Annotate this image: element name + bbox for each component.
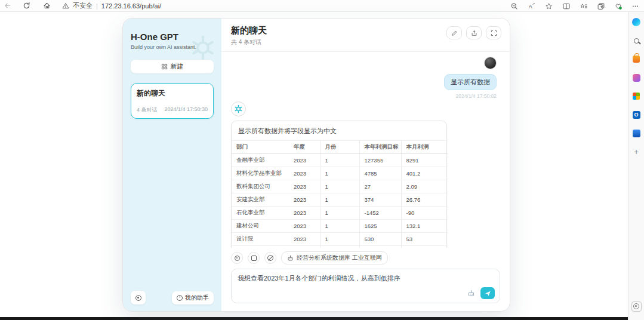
table-cell: 530 bbox=[359, 233, 401, 246]
table-cell: 2023 bbox=[289, 220, 320, 233]
assistant-message-card[interactable]: 显示所有数据并将字段显示为中文 部门年度月份本年利润目标本月利润 金融事业部20… bbox=[231, 121, 447, 248]
table-cell: 金融事业部 bbox=[232, 154, 289, 167]
browser-essentials-icon[interactable] bbox=[609, 1, 627, 11]
table-cell: 2023 bbox=[289, 180, 320, 193]
table-row: 设计院2023153053 bbox=[232, 233, 448, 246]
table-cell: 27 bbox=[359, 180, 401, 193]
table-row: 石化事业部20231-1452-90 bbox=[232, 207, 448, 220]
my-assistant-button[interactable]: 我的助手 bbox=[172, 291, 214, 304]
table-cell: 2023 bbox=[289, 167, 320, 180]
grid-icon bbox=[161, 63, 168, 70]
chat-item-title: 新的聊天 bbox=[137, 88, 208, 99]
read-aloud-icon[interactable]: A bbox=[523, 1, 540, 11]
voice-robot-icon[interactable] bbox=[467, 290, 475, 297]
table-cell: 374 bbox=[359, 193, 401, 207]
split-screen-icon[interactable] bbox=[557, 1, 575, 11]
send-icon bbox=[485, 290, 491, 297]
chat-settings-button[interactable] bbox=[231, 252, 243, 264]
table-cell: -90 bbox=[401, 207, 448, 220]
chat-header: 新的聊天 共 4 条对话 bbox=[221, 19, 510, 52]
refresh-button[interactable] bbox=[19, 1, 33, 11]
result-table: 部门年度月份本年利润目标本月利润 金融事业部202311273558291材料化… bbox=[232, 140, 448, 248]
outlook-icon[interactable]: O bbox=[630, 109, 642, 120]
chat-input[interactable]: 我想查看2023年1月各个部门的利润情况，从高到低排序 bbox=[232, 269, 500, 303]
add-apps-icon[interactable]: + bbox=[630, 146, 642, 157]
chat-panel: 新的聊天 共 4 条对话 显示所有数据 2024/1/4 17:50:02 bbox=[221, 19, 510, 311]
share-chat-button[interactable] bbox=[466, 26, 482, 39]
address-bar[interactable]: 不安全 | 172.23.16.63/pub/ai/ bbox=[62, 1, 161, 10]
table-header-cell: 部门 bbox=[232, 141, 289, 154]
table-header-cell: 月份 bbox=[320, 141, 359, 154]
user-message-bubble[interactable]: 显示所有数据 bbox=[444, 74, 497, 90]
sidebar-settings-icon[interactable] bbox=[630, 301, 642, 312]
copilot-icon[interactable] bbox=[630, 17, 642, 27]
edge-rail-icons: O+ bbox=[628, 12, 644, 157]
table-header-cell: 本月利润 bbox=[401, 141, 448, 154]
table-cell: 1 bbox=[320, 233, 359, 246]
browser-menu-icon[interactable] bbox=[627, 1, 644, 11]
address-separator: | bbox=[96, 2, 98, 10]
microsoft-365-icon[interactable] bbox=[630, 91, 642, 101]
pencil-icon bbox=[451, 30, 458, 36]
maximize-chat-button[interactable] bbox=[486, 26, 501, 39]
gear-icon bbox=[235, 256, 240, 261]
assistant-icon bbox=[177, 295, 183, 301]
taskbar-edge bbox=[0, 317, 628, 320]
table-cell: 2023 bbox=[289, 207, 320, 220]
table-row: 金融事业部202311273558291 bbox=[232, 154, 448, 167]
chat-input-actions: 经营分析系统数据库 工业互联网 bbox=[221, 248, 510, 269]
rename-chat-button[interactable] bbox=[446, 26, 462, 39]
table-row: 数科集团公司20231272.09 bbox=[232, 180, 448, 193]
favorites-star-icon[interactable] bbox=[540, 1, 557, 11]
back-button[interactable] bbox=[0, 1, 14, 11]
home-button[interactable] bbox=[39, 1, 54, 11]
table-cell: 1625 bbox=[359, 220, 401, 233]
shopping-icon[interactable] bbox=[630, 54, 642, 64]
maximize-icon bbox=[491, 30, 497, 36]
table-cell: 数科集团公司 bbox=[232, 180, 289, 193]
clear-context-button[interactable] bbox=[264, 252, 276, 264]
chat-subtitle: 共 4 条对话 bbox=[231, 38, 500, 47]
table-cell: 1 bbox=[320, 193, 359, 207]
result-table-head-row: 部门年度月份本年利润目标本月利润 bbox=[232, 141, 448, 154]
message-list: 显示所有数据 2024/1/4 17:50:02 显示所有数据并将字段显示为中文… bbox=[221, 52, 510, 248]
table-cell: 2023 bbox=[289, 154, 320, 167]
search-icon[interactable] bbox=[630, 35, 642, 46]
table-cell: -1452 bbox=[359, 207, 401, 220]
table-cell: 1 bbox=[320, 154, 359, 167]
table-cell: 2.09 bbox=[401, 180, 448, 193]
data-source-pill[interactable]: 经营分析系统数据库 工业互联网 bbox=[281, 251, 388, 264]
settings-button[interactable] bbox=[131, 291, 146, 304]
table-cell: 1 bbox=[320, 207, 359, 220]
table-row: 建材公司202311625132.1 bbox=[232, 220, 448, 233]
favorites-list-icon[interactable] bbox=[575, 1, 592, 11]
image-creator-icon[interactable] bbox=[630, 72, 642, 83]
chat-list-item[interactable]: 新的聊天 4 条对话 2024/1/4 17:50:30 bbox=[131, 83, 214, 119]
app-window: H-One GPT Build your own AI assistant. 新… bbox=[122, 18, 510, 312]
chat-item-time: 2024/1/4 17:50:30 bbox=[164, 106, 208, 114]
collections-icon[interactable] bbox=[592, 1, 609, 11]
new-chat-label: 新建 bbox=[171, 62, 184, 71]
table-cell: 8291 bbox=[401, 154, 448, 167]
table-cell: 建材公司 bbox=[232, 220, 289, 233]
table-row: 材料化学品事业部202314785401.2 bbox=[232, 167, 448, 180]
security-label: 不安全 bbox=[73, 1, 93, 10]
table-cell: 1 bbox=[320, 167, 359, 180]
table-cell: 4785 bbox=[359, 167, 401, 180]
table-cell: 材料化学品事业部 bbox=[232, 167, 289, 180]
table-row: 安建实业部2023137426.76 bbox=[232, 193, 448, 207]
url-text: 172.23.16.63/pub/ai/ bbox=[101, 2, 161, 10]
browser-toolbar: 不安全 | 172.23.16.63/pub/ai/ A bbox=[0, 0, 644, 12]
table-cell: 安建实业部 bbox=[232, 193, 289, 207]
table-header-cell: 年度 bbox=[289, 141, 320, 154]
table-cell: 401.2 bbox=[401, 167, 448, 180]
theme-button[interactable] bbox=[248, 252, 260, 264]
drop-icon[interactable] bbox=[630, 128, 642, 139]
table-cell: 2023 bbox=[289, 233, 320, 246]
chat-item-count: 4 条对话 bbox=[137, 106, 158, 114]
share-icon bbox=[471, 30, 477, 36]
send-button[interactable] bbox=[480, 287, 495, 299]
table-cell: 132.1 bbox=[401, 220, 448, 233]
zoom-icon[interactable] bbox=[506, 1, 523, 11]
table-cell: 53 bbox=[401, 233, 448, 246]
